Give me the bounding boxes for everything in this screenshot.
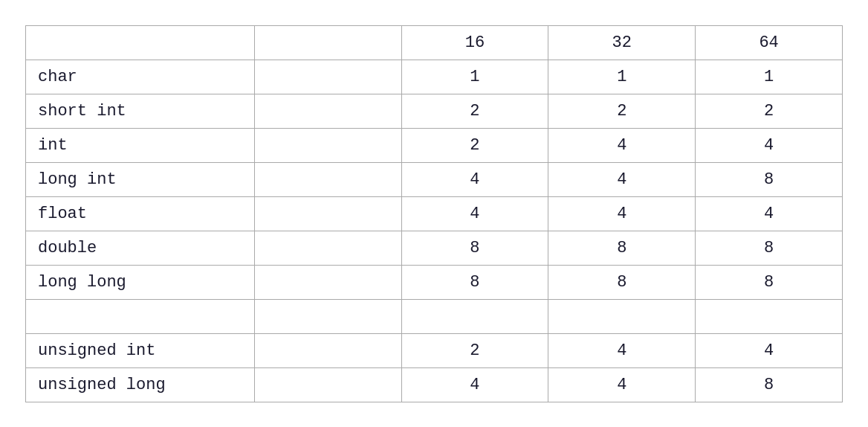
cell-32 [548,299,696,333]
cell-type: float [26,196,255,231]
cell-64 [696,299,843,333]
cell-type: long int [26,162,255,196]
cell-blank [254,196,401,231]
header-32: 32 [548,25,696,60]
table-row: unsigned int244 [26,333,843,367]
table-row: long int448 [26,162,843,196]
cell-64: 2 [696,94,843,128]
header-blank [254,25,401,60]
cell-32: 4 [548,333,696,367]
cell-32: 8 [548,265,696,299]
table-row: long long888 [26,265,843,299]
cell-16: 2 [401,94,548,128]
table-row: double888 [26,231,843,265]
cell-16: 2 [401,333,548,367]
header-16: 16 [401,25,548,60]
cell-type: long long [26,265,255,299]
cell-blank [254,162,401,196]
cell-16: 1 [401,60,548,94]
cell-type: unsigned long [26,367,255,402]
cell-blank [254,60,401,94]
cell-64: 1 [696,60,843,94]
cell-64: 8 [696,367,843,402]
cell-blank [254,94,401,128]
table-row: float444 [26,196,843,231]
cell-16: 4 [401,196,548,231]
cell-32: 2 [548,94,696,128]
header-type [26,25,255,60]
cell-blank [254,333,401,367]
cell-16: 8 [401,265,548,299]
table-row: int244 [26,128,843,162]
table-row [26,299,843,333]
cell-blank [254,128,401,162]
cell-32: 4 [548,162,696,196]
cell-type: double [26,231,255,265]
cell-blank [254,367,401,402]
cell-64: 8 [696,265,843,299]
cell-32: 8 [548,231,696,265]
cell-16: 4 [401,367,548,402]
cell-blank [254,299,401,333]
cell-16: 8 [401,231,548,265]
cell-16: 2 [401,128,548,162]
cell-32: 4 [548,128,696,162]
cell-type: short int [26,94,255,128]
cell-32: 4 [548,367,696,402]
cell-type: char [26,60,255,94]
table-row: unsigned long448 [26,367,843,402]
cell-type [26,299,255,333]
cell-type: int [26,128,255,162]
table-container: 16 32 64 char111short int222int244long i… [25,25,843,402]
cell-blank [254,265,401,299]
cell-32: 4 [548,196,696,231]
table-row: short int222 [26,94,843,128]
data-table: 16 32 64 char111short int222int244long i… [25,25,843,402]
table-row: char111 [26,60,843,94]
cell-32: 1 [548,60,696,94]
cell-blank [254,231,401,265]
header-row: 16 32 64 [26,25,843,60]
cell-64: 8 [696,231,843,265]
cell-64: 4 [696,128,843,162]
cell-16 [401,299,548,333]
cell-type: unsigned int [26,333,255,367]
cell-64: 4 [696,333,843,367]
cell-64: 8 [696,162,843,196]
cell-16: 4 [401,162,548,196]
header-64: 64 [696,25,843,60]
cell-64: 4 [696,196,843,231]
